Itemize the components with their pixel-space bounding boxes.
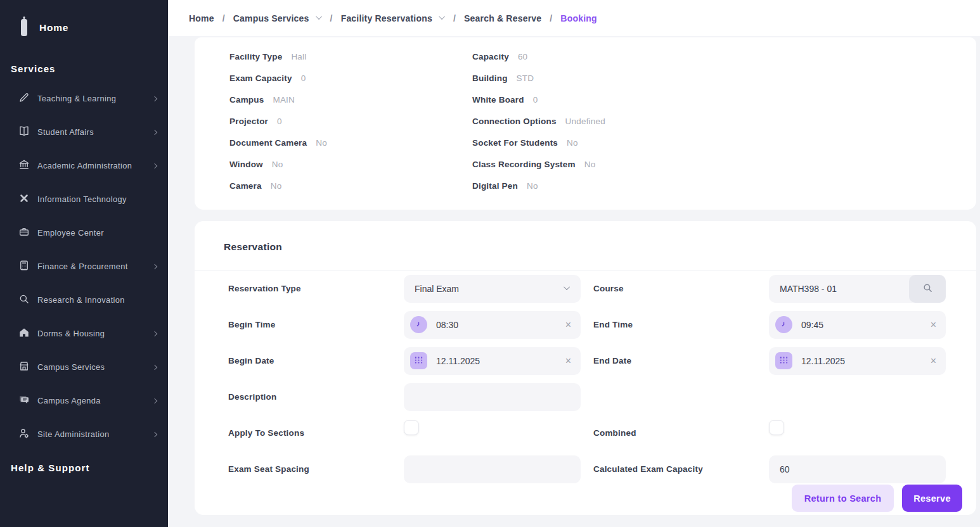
sidebar-item-employee-center[interactable]: Employee Center <box>0 216 168 250</box>
chat-icon <box>18 394 30 407</box>
detail-facility-type: Facility TypeHall <box>229 46 472 67</box>
begin-time-label: Begin Time <box>228 320 404 329</box>
chevron-right-icon <box>152 431 157 436</box>
end-time-label: End Time <box>581 320 769 329</box>
sidebar-item-teaching-learning[interactable]: Teaching & Learning <box>0 82 168 115</box>
detail-class-recording-system: Class Recording SystemNo <box>472 153 976 175</box>
storefront-icon <box>18 360 30 374</box>
begin-time-input[interactable]: 08:30 × <box>404 311 581 339</box>
clock-icon <box>775 316 792 333</box>
breadcrumb: Home / Campus Services / Facility Reserv… <box>189 13 597 23</box>
pencil-icon <box>18 92 30 105</box>
sidebar-section-services: Services <box>0 63 168 74</box>
reserve-button[interactable]: Reserve <box>902 485 962 512</box>
sidebar-nav: Teaching & Learning Student Affairs Acad… <box>0 82 168 451</box>
chevron-right-icon <box>152 163 157 168</box>
chevron-right-icon <box>152 398 157 403</box>
begin-date-label: Begin Date <box>228 356 404 365</box>
bank-icon <box>18 159 30 172</box>
detail-capacity: Capacity60 <box>472 46 976 67</box>
breadcrumb-facility-reservations[interactable]: Facility Reservations <box>341 13 432 23</box>
reservation-card: Reservation Reservation Type Final Exam … <box>195 221 976 515</box>
detail-digital-pen: Digital PenNo <box>472 175 976 196</box>
breadcrumb-booking: Booking <box>560 13 596 23</box>
chevron-right-icon <box>152 331 157 336</box>
sidebar-section-help-support: Help & Support <box>0 462 168 473</box>
home-logo-icon <box>20 16 29 39</box>
calendar-icon <box>775 352 792 369</box>
book-icon <box>18 125 30 139</box>
breadcrumb-home[interactable]: Home <box>189 13 214 23</box>
facility-details-grid: Facility TypeHall Capacity60 Exam Capaci… <box>229 46 976 196</box>
calculated-exam-capacity-input[interactable]: 60 <box>769 455 946 483</box>
sidebar-item-research-innovation[interactable]: Research & Innovation <box>0 283 168 317</box>
clear-icon[interactable]: × <box>931 320 936 330</box>
sidebar-item-home[interactable]: Home <box>0 0 168 39</box>
sidebar-item-campus-services[interactable]: Campus Services <box>0 350 168 384</box>
user-gear-icon <box>18 428 30 441</box>
sidebar: Home Services Teaching & Learning Studen… <box>0 0 168 527</box>
search-icon <box>922 283 933 295</box>
exam-seat-spacing-label: Exam Seat Spacing <box>228 464 404 474</box>
sidebar-item-finance-procurement[interactable]: Finance & Procurement <box>0 250 168 283</box>
return-to-search-button[interactable]: Return to Search <box>792 485 894 512</box>
breadcrumb-campus-services[interactable]: Campus Services <box>233 13 309 23</box>
detail-camera: CameraNo <box>229 175 472 196</box>
combined-label: Combined <box>581 428 769 438</box>
combined-checkbox[interactable] <box>769 420 784 435</box>
detail-document-camera: Document CameraNo <box>229 132 472 153</box>
course-search-button[interactable] <box>909 275 946 303</box>
sidebar-item-information-technology[interactable]: Information Technology <box>0 182 168 216</box>
calculated-exam-capacity-label: Calculated Exam Capacity <box>581 464 769 474</box>
sidebar-item-site-administration[interactable]: Site Administration <box>0 417 168 451</box>
reservation-type-select[interactable]: Final Exam <box>404 275 581 303</box>
detail-exam-capacity: Exam Capacity0 <box>229 67 472 89</box>
clock-icon <box>410 316 427 333</box>
detail-campus: CampusMAIN <box>229 89 472 110</box>
topbar: Home / Campus Services / Facility Reserv… <box>168 0 980 36</box>
reservation-type-label: Reservation Type <box>228 284 404 293</box>
chevron-right-icon <box>152 96 157 101</box>
detail-projector: Projector0 <box>229 110 472 132</box>
chevron-right-icon <box>152 364 157 369</box>
end-date-input[interactable]: 12.11.2025 × <box>769 347 946 375</box>
sidebar-home-label: Home <box>39 22 68 34</box>
detail-white-board: White Board0 <box>472 89 976 110</box>
chevron-down-icon[interactable] <box>439 13 445 20</box>
chevron-down-icon[interactable] <box>316 13 322 20</box>
apply-to-sections-checkbox[interactable] <box>404 420 419 435</box>
detail-socket-for-students: Socket For StudentsNo <box>472 132 976 153</box>
main-area: Home / Campus Services / Facility Reserv… <box>168 0 980 527</box>
sidebar-item-campus-agenda[interactable]: Campus Agenda <box>0 384 168 417</box>
facility-details-card: Facility TypeHall Capacity60 Exam Capaci… <box>195 37 976 210</box>
clear-icon[interactable]: × <box>565 320 571 330</box>
detail-connection-options: Connection OptionsUndefined <box>472 110 976 132</box>
chevron-right-icon <box>152 264 157 269</box>
app-window: Home Services Teaching & Learning Studen… <box>0 0 980 527</box>
end-time-input[interactable]: 09:45 × <box>769 311 946 339</box>
apply-to-sections-label: Apply To Sections <box>228 428 404 438</box>
reservation-title: Reservation <box>195 221 976 253</box>
clear-icon[interactable]: × <box>565 356 571 366</box>
detail-building: BuildingSTD <box>472 67 976 89</box>
sidebar-item-academic-administration[interactable]: Academic Administration <box>0 149 168 182</box>
reservation-form: Reservation Type Final Exam Course MATH3… <box>228 270 976 487</box>
magnifier-icon <box>18 293 30 307</box>
calculator-icon <box>18 260 30 273</box>
course-input[interactable]: MATH398 - 01 <box>769 275 946 303</box>
sidebar-item-student-affairs[interactable]: Student Affairs <box>0 115 168 149</box>
breadcrumb-search-reserve[interactable]: Search & Reserve <box>464 13 541 23</box>
calendar-icon <box>410 352 427 369</box>
course-label: Course <box>581 284 769 293</box>
chevron-down-icon <box>564 284 570 290</box>
house-icon <box>18 327 30 340</box>
begin-date-input[interactable]: 12.11.2025 × <box>404 347 581 375</box>
form-actions: Return to Search Reserve <box>792 485 962 512</box>
detail-window: WindowNo <box>229 153 472 175</box>
description-input[interactable] <box>404 383 581 411</box>
x-mark-icon <box>18 193 30 206</box>
page-content: Facility TypeHall Capacity60 Exam Capaci… <box>168 36 980 527</box>
exam-seat-spacing-input[interactable] <box>404 455 581 483</box>
sidebar-item-dorms-housing[interactable]: Dorms & Housing <box>0 317 168 350</box>
clear-icon[interactable]: × <box>931 356 936 366</box>
